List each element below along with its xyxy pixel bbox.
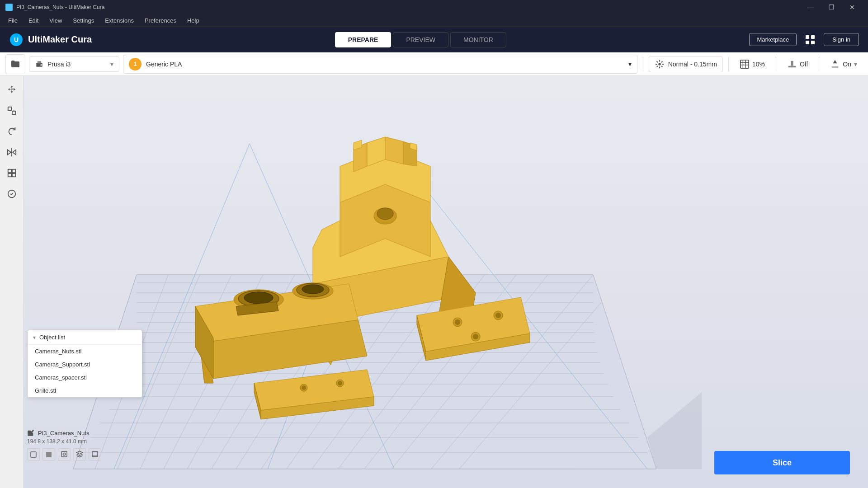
menu-settings[interactable]: Settings: [68, 16, 99, 25]
toolbar-divider-4: [819, 57, 819, 71]
collapse-icon: ▾: [33, 334, 36, 341]
material-name: Generic PLA: [146, 61, 182, 68]
logo-area: U UltiMaker Cura: [9, 33, 92, 47]
object-list-header[interactable]: ▾ Object list: [28, 330, 142, 345]
svg-rect-18: [12, 111, 15, 114]
object-view-icons: [27, 448, 101, 461]
left-sidebar: [0, 76, 24, 488]
object-dimensions: 194.8 x 138.2 x 41.0 mm: [27, 438, 101, 445]
list-item[interactable]: Cameras_Nuts.stl: [28, 345, 142, 358]
window-title: PI3_Cameras_Nuts - UltiMaker Cura: [16, 4, 104, 10]
layers-icon: [76, 450, 83, 458]
object-name-row: PI3_Cameras_Nuts: [27, 429, 101, 436]
menu-view[interactable]: View: [45, 16, 66, 25]
menu-preferences[interactable]: Preferences: [140, 16, 181, 25]
header-right: Marketplace Sign in: [749, 32, 859, 48]
move-tool-button[interactable]: [3, 81, 20, 99]
adhesion-chevron: ▾: [854, 61, 857, 68]
toolbar-divider-1: [643, 57, 643, 71]
title-bar: PI3_Cameras_Nuts - UltiMaker Cura — ❐ ✕: [0, 0, 868, 14]
support-blocker-button[interactable]: [3, 164, 20, 182]
print-settings-button[interactable]: Normal - 0.15mm: [649, 56, 723, 72]
menu-file[interactable]: File: [4, 16, 22, 25]
settings-label: Normal - 0.15mm: [668, 61, 717, 68]
svg-point-99: [338, 381, 342, 385]
tab-prepare[interactable]: PREPARE: [335, 32, 392, 47]
list-item[interactable]: Cameras_Support.stl: [28, 358, 142, 371]
settings-icon: [655, 59, 665, 69]
maximize-button[interactable]: ❐: [821, 0, 842, 14]
svg-rect-4: [806, 41, 809, 44]
toolbar-divider-2: [728, 57, 729, 71]
menu-extensions[interactable]: Extensions: [100, 16, 138, 25]
layer-view-button[interactable]: [73, 448, 86, 461]
svg-point-108: [473, 334, 478, 339]
toolbar: Prusa i3 ▾ 1 Generic PLA ▾ Normal - 0.15…: [0, 52, 868, 76]
svg-rect-10: [741, 60, 749, 68]
per-model-settings-button[interactable]: [3, 185, 20, 202]
rotate-icon: [7, 127, 17, 136]
per-model-settings-icon: [7, 189, 17, 199]
signin-button[interactable]: Sign in: [824, 33, 859, 46]
x-ray-button[interactable]: [58, 448, 71, 461]
svg-rect-26: [8, 174, 11, 177]
printer-chevron: ▾: [110, 61, 113, 68]
app-header: U UltiMaker Cura PREPARE PREVIEW MONITOR…: [0, 27, 868, 52]
wireframe-view-button[interactable]: [27, 448, 40, 461]
support-blocker-icon: [7, 168, 17, 178]
svg-rect-2: [806, 35, 809, 39]
svg-rect-7: [38, 61, 41, 63]
adhesion-group[interactable]: On ▾: [825, 56, 863, 72]
open-folder-button[interactable]: [5, 54, 25, 74]
svg-point-97: [302, 385, 306, 390]
material-chevron: ▾: [628, 61, 632, 68]
support-icon: [787, 59, 797, 69]
tab-monitor[interactable]: MONITOR: [450, 32, 506, 47]
svg-text:U: U: [14, 36, 19, 43]
folder-icon: [10, 59, 21, 70]
solid-view-button[interactable]: [42, 448, 55, 461]
logo-text: UltiMaker Cura: [28, 34, 92, 45]
support-group: Off: [782, 56, 813, 72]
grid-icon: [805, 35, 815, 45]
svg-rect-25: [12, 169, 15, 173]
menu-edit[interactable]: Edit: [24, 16, 43, 25]
slice-button[interactable]: Slice: [714, 451, 850, 474]
bottom-view-button[interactable]: [89, 448, 101, 461]
rotate-tool-button[interactable]: [3, 123, 20, 140]
menu-help[interactable]: Help: [183, 16, 204, 25]
svg-point-113: [63, 453, 65, 455]
minimize-button[interactable]: —: [800, 0, 821, 14]
extruder-badge: 1: [129, 58, 142, 70]
svg-rect-3: [811, 35, 815, 39]
mirror-icon: [7, 147, 17, 157]
title-bar-left: PI3_Cameras_Nuts - UltiMaker Cura: [5, 4, 104, 11]
svg-point-81: [377, 208, 393, 220]
menu-bar: File Edit View Settings Extensions Prefe…: [0, 14, 868, 27]
marketplace-button[interactable]: Marketplace: [749, 33, 797, 46]
material-selector[interactable]: 1 Generic PLA ▾: [123, 55, 637, 74]
list-item[interactable]: Grille.stl: [28, 384, 142, 397]
object-list-panel: ▾ Object list Cameras_Nuts.stl Cameras_S…: [27, 330, 142, 398]
apps-grid-button[interactable]: [802, 32, 818, 48]
printer-selector[interactable]: Prusa i3 ▾: [29, 56, 119, 72]
main-area: ▾ Object list Cameras_Nuts.stl Cameras_S…: [0, 76, 868, 488]
bottom-icon: [91, 450, 99, 458]
infill-group: 10%: [734, 56, 770, 72]
viewport[interactable]: ▾ Object list Cameras_Nuts.stl Cameras_S…: [24, 76, 868, 488]
svg-point-8: [41, 64, 42, 66]
svg-marker-109: [647, 392, 702, 469]
svg-rect-27: [12, 174, 15, 177]
svg-point-9: [658, 63, 661, 66]
scale-tool-button[interactable]: [3, 102, 20, 119]
infill-icon: [740, 59, 750, 69]
support-label: Off: [800, 61, 808, 68]
app-icon: [5, 4, 13, 11]
mirror-tool-button[interactable]: [3, 144, 20, 161]
svg-point-106: [495, 313, 501, 318]
tab-preview[interactable]: PREVIEW: [393, 32, 448, 47]
close-button[interactable]: ✕: [842, 0, 863, 14]
list-item[interactable]: Cameras_spacer.stl: [28, 371, 142, 384]
infill-label: 10%: [752, 61, 765, 68]
title-bar-controls: — ❐ ✕: [800, 0, 863, 14]
